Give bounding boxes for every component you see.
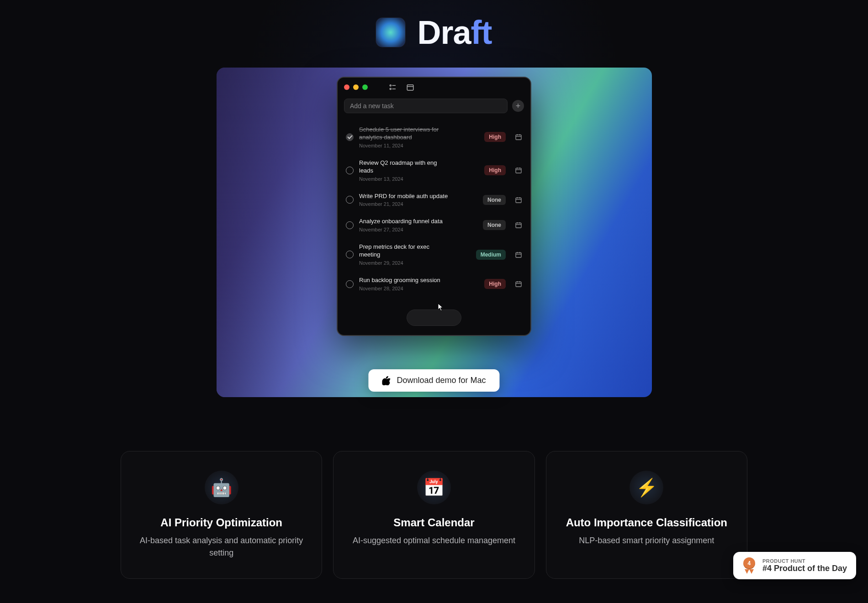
features-row: 🤖AI Priority OptimizationAI-based task a…: [121, 451, 747, 579]
task-title: Schedule 5 user interviews for analytics…: [359, 126, 450, 142]
task-body: Write PRD for mobile auth updateNovember…: [359, 193, 477, 207]
task-row[interactable]: Prep metrics deck for exec meetingNovemb…: [343, 238, 525, 271]
feature-card: 📅Smart CalendarAI-suggested optimal sche…: [333, 451, 535, 579]
app-name: Draft: [417, 14, 492, 51]
feature-icon: 📅: [417, 471, 451, 504]
feature-card: 🤖AI Priority OptimizationAI-based task a…: [121, 451, 322, 579]
task-row[interactable]: Schedule 5 user interviews for analytics…: [343, 121, 525, 154]
svg-rect-22: [516, 252, 521, 257]
app-logo-icon: [376, 18, 405, 47]
priority-badge[interactable]: High: [484, 279, 506, 289]
close-window-icon[interactable]: [344, 84, 349, 90]
feature-desc: AI-based task analysis and automatic pri…: [134, 535, 309, 559]
task-body: Review Q2 roadmap with eng leadsNovember…: [359, 159, 479, 182]
priority-badge[interactable]: None: [483, 195, 506, 205]
maximize-window-icon[interactable]: [362, 84, 368, 90]
task-date: November 21, 2024: [359, 201, 477, 207]
task-checkbox[interactable]: [346, 221, 354, 229]
calendar-view-icon[interactable]: [406, 83, 414, 91]
priority-badge[interactable]: Medium: [476, 250, 506, 260]
task-checkbox[interactable]: [346, 280, 354, 288]
task-checkbox[interactable]: [346, 196, 354, 204]
feature-icon: 🤖: [205, 471, 238, 504]
svg-point-0: [390, 85, 391, 86]
task-title: Analyze onboarding funnel data: [359, 218, 450, 225]
task-body: Run backlog grooming sessionNovember 28,…: [359, 277, 479, 291]
task-title: Run backlog grooming session: [359, 277, 450, 284]
task-row[interactable]: Write PRD for mobile auth updateNovember…: [343, 187, 525, 213]
priority-badge[interactable]: High: [484, 132, 506, 142]
svg-rect-14: [516, 198, 521, 203]
svg-rect-26: [516, 282, 521, 287]
task-calendar-icon[interactable]: [515, 196, 522, 204]
medal-rank: 4: [743, 557, 755, 569]
hero-screenshot-panel: Add a new task + Schedule 5 user intervi…: [217, 68, 652, 397]
task-date: November 28, 2024: [359, 286, 479, 291]
feature-title: Auto Importance Classification: [559, 516, 734, 529]
task-checkbox[interactable]: [346, 251, 354, 258]
window-titlebar: [338, 78, 530, 96]
task-row[interactable]: Run backlog grooming sessionNovember 28,…: [343, 271, 525, 297]
medal-icon: 4: [742, 557, 756, 574]
priority-badge[interactable]: High: [484, 165, 506, 175]
title-left: Dra: [417, 14, 471, 51]
task-title: Prep metrics deck for exec meeting: [359, 243, 450, 259]
task-title: Review Q2 roadmap with eng leads: [359, 159, 450, 175]
task-date: November 11, 2024: [359, 143, 479, 148]
task-body: Schedule 5 user interviews for analytics…: [359, 126, 479, 148]
task-checkbox[interactable]: [346, 133, 354, 141]
task-calendar-icon[interactable]: [515, 251, 522, 258]
task-calendar-icon[interactable]: [515, 221, 522, 229]
task-calendar-icon[interactable]: [515, 133, 522, 141]
svg-rect-10: [516, 168, 521, 173]
task-date: November 13, 2024: [359, 176, 479, 182]
product-hunt-text: PRODUCT HUNT #4 Product of the Day: [762, 558, 847, 573]
feature-desc: NLP-based smart priority assignment: [559, 535, 734, 547]
task-row[interactable]: Review Q2 roadmap with eng leadsNovember…: [343, 154, 525, 187]
add-task-button[interactable]: +: [512, 100, 524, 112]
task-body: Analyze onboarding funnel dataNovember 2…: [359, 218, 477, 232]
app-window: Add a new task + Schedule 5 user intervi…: [337, 77, 531, 336]
hero-title: Draft: [0, 14, 868, 51]
traffic-lights: [344, 84, 368, 90]
feature-title: AI Priority Optimization: [134, 516, 309, 529]
task-date: November 29, 2024: [359, 260, 471, 266]
new-task-row: Add a new task +: [338, 96, 530, 118]
task-calendar-icon[interactable]: [515, 167, 522, 174]
task-date: November 27, 2024: [359, 227, 477, 232]
svg-rect-18: [516, 223, 521, 228]
title-right: ft: [471, 14, 492, 51]
priority-badge[interactable]: None: [483, 220, 506, 230]
product-hunt-badge[interactable]: 4 PRODUCT HUNT #4 Product of the Day: [733, 552, 856, 579]
feature-card: ⚡Auto Importance ClassificationNLP-based…: [546, 451, 747, 579]
new-task-input[interactable]: Add a new task: [344, 99, 508, 113]
feature-icon: ⚡: [630, 471, 663, 504]
download-label: Download demo for Mac: [397, 376, 486, 385]
ph-label: PRODUCT HUNT: [762, 558, 847, 564]
task-row[interactable]: Analyze onboarding funnel dataNovember 2…: [343, 212, 525, 238]
bottom-action-pill[interactable]: [407, 309, 461, 326]
feature-title: Smart Calendar: [346, 516, 521, 529]
svg-rect-6: [516, 135, 521, 140]
toolbar-icons: [389, 83, 414, 91]
download-button[interactable]: Download demo for Mac: [368, 369, 499, 392]
task-checkbox[interactable]: [346, 167, 354, 174]
feature-desc: AI-suggested optimal schedule management: [346, 535, 521, 547]
list-view-icon[interactable]: [389, 83, 397, 91]
svg-rect-4: [407, 85, 413, 90]
minimize-window-icon[interactable]: [353, 84, 359, 90]
apple-icon: [382, 376, 390, 385]
svg-point-2: [390, 88, 391, 89]
task-title: Write PRD for mobile auth update: [359, 193, 450, 200]
task-body: Prep metrics deck for exec meetingNovemb…: [359, 243, 471, 266]
task-calendar-icon[interactable]: [515, 280, 522, 288]
task-list: Schedule 5 user interviews for analytics…: [338, 118, 530, 299]
ph-main: #4 Product of the Day: [762, 564, 847, 573]
